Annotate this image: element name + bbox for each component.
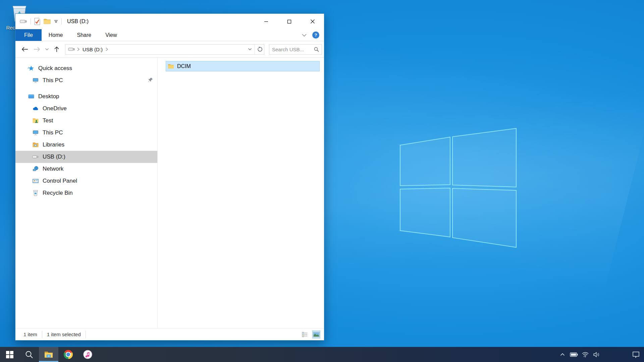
- sidebar-item-desktop[interactable]: Desktop: [15, 90, 157, 103]
- qat-new-folder-icon[interactable]: [44, 18, 51, 24]
- maximize-icon: [287, 19, 291, 24]
- details-view-icon: [302, 332, 308, 337]
- taskbar-file-explorer-button[interactable]: [39, 347, 58, 362]
- sidebar-item-quick-access[interactable]: Quick access: [15, 62, 157, 74]
- explorer-window: USB (D:) File Home Share View ?: [15, 13, 324, 341]
- details-view-button[interactable]: [301, 331, 309, 338]
- selection-count: 1 item selected: [47, 331, 81, 337]
- search-box[interactable]: [269, 44, 322, 55]
- back-button[interactable]: [19, 46, 31, 52]
- search-input[interactable]: [272, 47, 309, 52]
- window-title: USB (D:): [67, 18, 89, 24]
- divider: [86, 331, 86, 338]
- this-pc-icon: [32, 129, 39, 136]
- tray-battery-button[interactable]: [568, 347, 580, 362]
- breadcrumb-usb[interactable]: USB (D:): [81, 47, 104, 52]
- up-button[interactable]: [51, 46, 62, 53]
- divider: [61, 18, 62, 24]
- tray-show-hidden-icons-button[interactable]: [557, 347, 568, 362]
- sidebar-item-label: This PC: [43, 77, 63, 84]
- divider: [42, 331, 42, 338]
- sidebar-item-libraries[interactable]: Libraries: [15, 139, 157, 151]
- tab-home[interactable]: Home: [42, 29, 70, 41]
- file-explorer-icon: [44, 351, 53, 359]
- search-icon[interactable]: [314, 47, 319, 52]
- sidebar-item-label: Control Panel: [43, 178, 77, 184]
- address-dropdown-button[interactable]: [245, 45, 255, 54]
- action-center-button[interactable]: [628, 347, 644, 362]
- taskbar-itunes-button[interactable]: [78, 347, 97, 362]
- up-arrow-icon: [54, 46, 60, 53]
- libraries-icon: [32, 141, 39, 148]
- minimize-icon: [264, 19, 268, 24]
- item-count: 1 item: [23, 331, 37, 337]
- ribbon-tabs: File Home Share View ?: [15, 29, 324, 41]
- address-bar[interactable]: USB (D:): [65, 44, 264, 55]
- tray-wifi-button[interactable]: [580, 347, 591, 362]
- sidebar-item-recycle-bin[interactable]: Recycle Bin: [15, 187, 157, 199]
- qat-properties-icon[interactable]: [34, 18, 41, 25]
- speaker-icon: [593, 352, 600, 357]
- desktop-icon: [28, 93, 35, 100]
- tab-share[interactable]: Share: [70, 29, 98, 41]
- help-button[interactable]: ?: [312, 32, 319, 39]
- chevron-down-icon: [45, 48, 49, 51]
- thumbnail-view-button[interactable]: [313, 331, 320, 338]
- sidebar-item-label: This PC: [43, 129, 63, 136]
- sidebar-item-network[interactable]: Network: [15, 163, 157, 175]
- recent-locations-button[interactable]: [43, 48, 51, 51]
- close-button[interactable]: [301, 14, 324, 29]
- tab-view[interactable]: View: [98, 29, 124, 41]
- navigation-pane: Quick access This PC: [15, 58, 158, 328]
- tray-spacer: [602, 347, 628, 362]
- titlebar[interactable]: USB (D:): [15, 14, 324, 29]
- this-pc-icon: [32, 77, 39, 84]
- onedrive-icon: [32, 105, 39, 112]
- itunes-icon: [83, 350, 92, 359]
- chrome-icon: [64, 350, 73, 359]
- expand-ribbon-icon[interactable]: [302, 34, 307, 37]
- status-bar: 1 item 1 item selected: [15, 328, 324, 340]
- file-name: DCIM: [177, 63, 191, 69]
- battery-icon: [570, 352, 578, 357]
- sidebar-item-label: Libraries: [43, 141, 64, 148]
- sidebar-section-gap: [15, 86, 157, 90]
- minimize-button[interactable]: [255, 14, 278, 29]
- search-icon: [25, 351, 33, 359]
- sidebar-item-onedrive[interactable]: OneDrive: [15, 103, 157, 115]
- sidebar-item-control-panel[interactable]: Control Panel: [15, 175, 157, 187]
- breadcrumb-chevron-icon[interactable]: [105, 47, 108, 51]
- sidebar-item-label: Network: [43, 166, 63, 172]
- sidebar-item-label: OneDrive: [43, 105, 67, 112]
- usb-drive-icon: [32, 154, 39, 160]
- navigation-bar: USB (D:): [15, 41, 324, 58]
- forward-button[interactable]: [31, 46, 43, 52]
- sidebar-item-label: Test: [43, 117, 53, 124]
- tab-file[interactable]: File: [15, 29, 42, 41]
- chevron-up-icon: [560, 353, 565, 356]
- thumbnail-view-icon: [313, 332, 320, 337]
- sidebar-item-test[interactable]: Test: [15, 115, 157, 127]
- user-folder-icon: [32, 117, 39, 124]
- maximize-button[interactable]: [278, 14, 301, 29]
- sidebar-item-usb-drive[interactable]: USB (D:): [15, 151, 157, 163]
- pin-icon: [148, 77, 153, 84]
- refresh-button[interactable]: [255, 45, 264, 54]
- file-item-dcim[interactable]: DCIM: [166, 61, 320, 71]
- sidebar-item-label: Quick access: [38, 65, 72, 72]
- tray-volume-button[interactable]: [591, 347, 602, 362]
- taskbar-search-button[interactable]: [19, 347, 39, 362]
- sidebar-item-this-pc-pinned[interactable]: This PC: [15, 74, 157, 86]
- chevron-down-icon: [248, 48, 252, 51]
- taskbar-chrome-button[interactable]: [58, 347, 78, 362]
- windows-logo-wallpaper: [398, 127, 519, 250]
- breadcrumb-chevron-icon[interactable]: [77, 47, 80, 51]
- qat-customize-dropdown-icon[interactable]: [54, 19, 58, 23]
- start-button[interactable]: [0, 347, 19, 362]
- sidebar-item-label: USB (D:): [43, 154, 65, 160]
- wifi-icon: [582, 352, 589, 357]
- file-list[interactable]: DCIM: [158, 58, 324, 328]
- sidebar-item-this-pc[interactable]: This PC: [15, 127, 157, 139]
- network-icon: [32, 166, 39, 172]
- usb-drive-crumb-icon: [68, 47, 75, 52]
